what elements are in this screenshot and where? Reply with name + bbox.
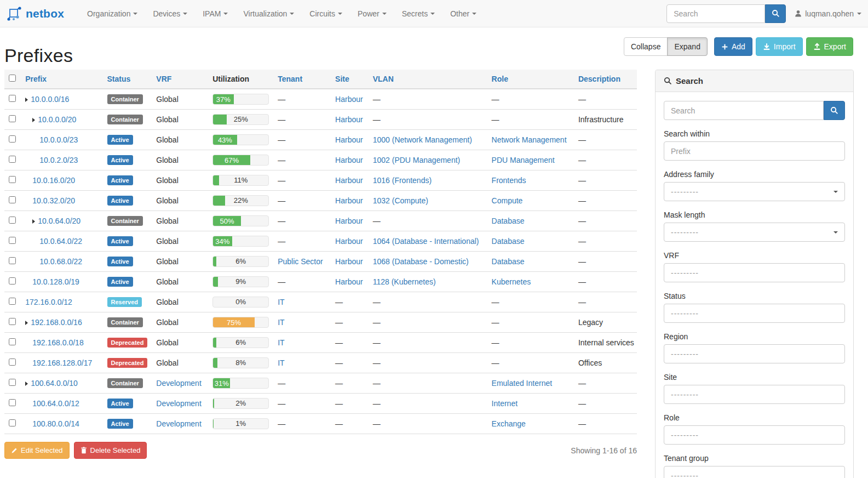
row-checkbox[interactable] bbox=[9, 419, 16, 426]
prefix-link[interactable]: 10.0.64.0/20 bbox=[38, 217, 81, 225]
vlan-link[interactable]: 1032 (Compute) bbox=[373, 196, 428, 205]
nav-item-devices[interactable]: Devices bbox=[145, 1, 195, 26]
row-checkbox[interactable] bbox=[9, 318, 16, 325]
row-checkbox[interactable] bbox=[9, 338, 16, 345]
export-button[interactable]: Export bbox=[806, 37, 853, 56]
role-link[interactable]: Kubernetes bbox=[492, 277, 531, 286]
role-link[interactable]: Exchange bbox=[492, 419, 526, 428]
site-link[interactable]: Harbour bbox=[335, 135, 363, 144]
prefix-link[interactable]: 10.0.128.0/19 bbox=[32, 277, 79, 286]
site-link[interactable]: Harbour bbox=[335, 217, 363, 225]
vlan-link[interactable]: 1068 (Database - Domestic) bbox=[373, 257, 469, 266]
prefix-link[interactable]: 10.0.32.0/20 bbox=[32, 196, 75, 205]
site-link[interactable]: Harbour bbox=[335, 237, 363, 246]
row-checkbox[interactable] bbox=[9, 217, 16, 224]
filter-box-vrf[interactable]: --------- bbox=[664, 263, 845, 282]
prefix-link[interactable]: 192.168.0.0/18 bbox=[32, 338, 83, 347]
vlan-link[interactable]: 1002 (PDU Management) bbox=[373, 156, 461, 164]
prefix-link[interactable]: 192.168.128.0/17 bbox=[32, 358, 92, 367]
sidebar-search-button[interactable] bbox=[824, 101, 845, 120]
site-link[interactable]: Harbour bbox=[335, 115, 363, 124]
row-checkbox[interactable] bbox=[9, 379, 16, 386]
vlan-link[interactable]: 1016 (Frontends) bbox=[373, 176, 432, 185]
row-checkbox[interactable] bbox=[9, 196, 16, 203]
role-link[interactable]: Frontends bbox=[492, 176, 526, 185]
expand-button[interactable]: Expand bbox=[667, 37, 707, 56]
prefix-link[interactable]: 100.64.0.0/10 bbox=[31, 379, 78, 388]
prefix-link[interactable]: 100.80.0.0/14 bbox=[32, 419, 79, 428]
prefix-link[interactable]: 10.0.16.0/20 bbox=[32, 176, 75, 185]
column-header-tenant[interactable]: Tenant bbox=[273, 70, 331, 89]
role-link[interactable]: Database bbox=[492, 257, 525, 266]
column-header-vrf[interactable]: VRF bbox=[152, 70, 208, 89]
site-link[interactable]: Harbour bbox=[335, 156, 363, 164]
delete-selected-button[interactable]: Delete Selected bbox=[74, 442, 147, 459]
column-header-prefix[interactable]: Prefix bbox=[21, 70, 102, 89]
column-header-site[interactable]: Site bbox=[331, 70, 369, 89]
vlan-link[interactable]: 1000 (Network Management) bbox=[373, 135, 472, 144]
row-checkbox[interactable] bbox=[9, 257, 16, 264]
site-link[interactable]: Harbour bbox=[335, 95, 363, 104]
row-checkbox[interactable] bbox=[9, 156, 16, 163]
select-all-checkbox[interactable] bbox=[9, 75, 16, 82]
nav-item-circuits[interactable]: Circuits bbox=[302, 1, 350, 26]
column-header-description[interactable]: Description bbox=[574, 70, 637, 89]
tenant-link[interactable]: IT bbox=[278, 338, 284, 347]
filter-box-region[interactable]: --------- bbox=[664, 344, 845, 363]
role-link[interactable]: Compute bbox=[492, 196, 523, 205]
tenant-link[interactable]: IT bbox=[278, 318, 284, 327]
prefix-link[interactable]: 10.0.2.0/23 bbox=[39, 156, 78, 164]
sidebar-search-input[interactable] bbox=[664, 101, 824, 120]
nav-item-power[interactable]: Power bbox=[350, 1, 394, 26]
role-link[interactable]: Network Management bbox=[492, 135, 567, 144]
column-header-role[interactable]: Role bbox=[487, 70, 574, 89]
role-link[interactable]: Emulated Internet bbox=[492, 379, 553, 388]
filter-select-address-family[interactable]: --------- bbox=[664, 182, 845, 201]
row-checkbox[interactable] bbox=[9, 135, 16, 143]
column-header-status[interactable]: Status bbox=[103, 70, 152, 89]
nav-item-secrets[interactable]: Secrets bbox=[394, 1, 442, 26]
tenant-link[interactable]: IT bbox=[278, 358, 284, 367]
nav-item-organization[interactable]: Organization bbox=[79, 1, 145, 26]
filter-box-role[interactable]: --------- bbox=[664, 425, 845, 445]
add-button[interactable]: Add bbox=[714, 37, 752, 56]
prefix-link[interactable]: 172.16.0.0/12 bbox=[25, 298, 72, 306]
prefix-link[interactable]: 10.0.0.0/16 bbox=[31, 95, 69, 104]
vrf-link[interactable]: Development bbox=[156, 399, 202, 408]
nav-item-other[interactable]: Other bbox=[442, 1, 484, 26]
role-link[interactable]: Database bbox=[492, 237, 525, 246]
site-link[interactable]: Harbour bbox=[335, 277, 363, 286]
vlan-link[interactable]: 1064 (Database - International) bbox=[373, 237, 479, 246]
netbox-brand[interactable]: netbox bbox=[7, 6, 64, 21]
tenant-link[interactable]: IT bbox=[278, 298, 284, 306]
prefix-link[interactable]: 100.64.0.0/12 bbox=[32, 399, 79, 408]
filter-select-mask-length[interactable]: --------- bbox=[664, 223, 845, 242]
filter-box-site[interactable]: --------- bbox=[664, 385, 845, 404]
role-link[interactable]: PDU Management bbox=[492, 156, 555, 164]
tenant-link[interactable]: Public Sector bbox=[278, 257, 323, 266]
row-checkbox[interactable] bbox=[9, 277, 16, 284]
site-link[interactable]: Harbour bbox=[335, 196, 363, 205]
user-menu[interactable]: luqman.qohen bbox=[795, 9, 861, 18]
prefix-link[interactable]: 192.168.0.0/16 bbox=[31, 318, 82, 327]
filter-box-tenant-group[interactable]: --------- bbox=[664, 466, 845, 478]
row-checkbox[interactable] bbox=[9, 176, 16, 183]
row-checkbox[interactable] bbox=[9, 298, 16, 305]
prefix-link[interactable]: 10.0.0.0/20 bbox=[38, 115, 76, 124]
global-search-button[interactable] bbox=[765, 4, 786, 23]
row-checkbox[interactable] bbox=[9, 399, 16, 406]
row-checkbox[interactable] bbox=[9, 358, 16, 366]
global-search-input[interactable] bbox=[666, 4, 765, 23]
row-checkbox[interactable] bbox=[9, 115, 16, 122]
filter-input-search-within[interactable] bbox=[664, 141, 845, 161]
nav-item-virtualization[interactable]: Virtualization bbox=[235, 1, 302, 26]
row-checkbox[interactable] bbox=[9, 237, 16, 244]
role-link[interactable]: Internet bbox=[492, 399, 518, 408]
site-link[interactable]: Harbour bbox=[335, 257, 363, 266]
site-link[interactable]: Harbour bbox=[335, 176, 363, 185]
column-header-vlan[interactable]: VLAN bbox=[369, 70, 487, 89]
prefix-link[interactable]: 10.0.0.0/23 bbox=[39, 135, 78, 144]
vrf-link[interactable]: Development bbox=[156, 379, 202, 388]
prefix-link[interactable]: 10.0.68.0/22 bbox=[39, 257, 82, 266]
import-button[interactable]: Import bbox=[756, 37, 803, 56]
